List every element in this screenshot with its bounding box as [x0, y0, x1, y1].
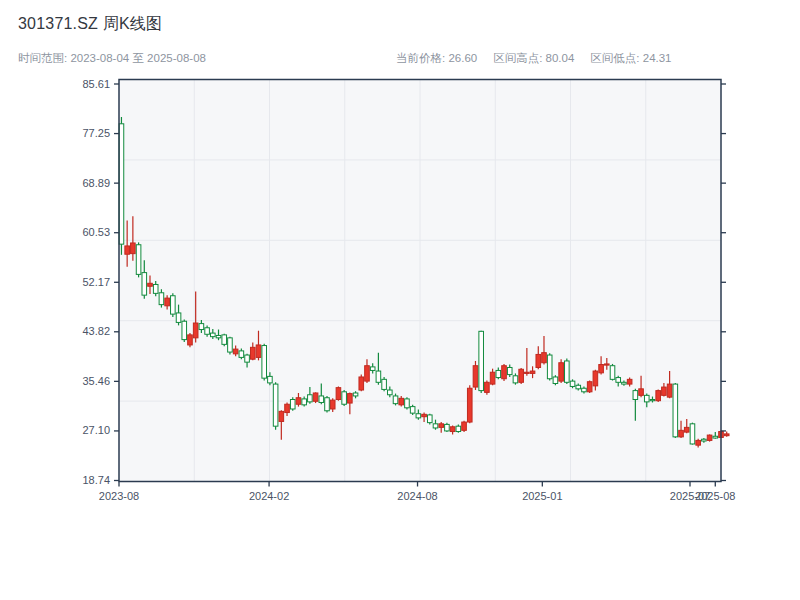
candle [502, 364, 507, 381]
candle [673, 383, 678, 438]
y-tick-label: 77.25 [82, 127, 110, 139]
candle [405, 397, 410, 409]
candle [427, 414, 432, 425]
candle [570, 379, 575, 388]
candlestick-chart: 85.6177.2568.8960.5352.1743.8235.4627.10… [0, 0, 800, 600]
candle [445, 423, 450, 432]
y-tick-label: 68.89 [82, 177, 110, 189]
y-tick-label: 60.53 [82, 226, 110, 238]
candle [188, 333, 193, 347]
candle [690, 423, 695, 445]
candle [656, 389, 661, 401]
candle [485, 381, 490, 395]
kline-page: 301371.SZ 周K线图 时间范围: 2023-08-04 至 2025-0… [0, 0, 800, 600]
candle [479, 331, 484, 393]
y-tick-label: 35.46 [82, 375, 110, 387]
candle [182, 319, 187, 342]
candle [587, 381, 592, 393]
candle [336, 386, 341, 400]
y-tick-label: 43.82 [82, 325, 110, 337]
candle [273, 382, 278, 429]
candle [559, 359, 564, 383]
candle [565, 359, 570, 384]
y-tick-label: 85.61 [82, 78, 110, 90]
candle [262, 344, 267, 381]
candle [222, 334, 227, 346]
candle [119, 117, 124, 255]
x-tick-label: 2025-01 [522, 490, 562, 502]
candle [325, 396, 330, 413]
candle [707, 434, 712, 441]
candle [171, 293, 176, 317]
candle [547, 353, 552, 380]
y-tick-label: 27.10 [82, 424, 110, 436]
candle [467, 385, 472, 423]
candle [410, 405, 415, 415]
candle [519, 368, 524, 384]
candle [462, 421, 467, 432]
y-tick-label: 18.74 [82, 474, 110, 486]
candle [610, 364, 615, 381]
x-tick-label: 2023-08 [99, 490, 139, 502]
candle [359, 375, 364, 392]
candle [136, 242, 141, 277]
candle [724, 432, 729, 437]
candle [473, 361, 478, 390]
x-tick-label: 2025-08 [695, 490, 735, 502]
x-tick-label: 2024-02 [249, 490, 289, 502]
candle [313, 392, 318, 403]
x-tick-label: 2024-08 [397, 490, 437, 502]
candle [342, 390, 347, 406]
candle [228, 337, 233, 355]
y-tick-label: 52.17 [82, 276, 110, 288]
candle [553, 375, 558, 385]
candle [382, 377, 387, 391]
candle [290, 397, 295, 411]
